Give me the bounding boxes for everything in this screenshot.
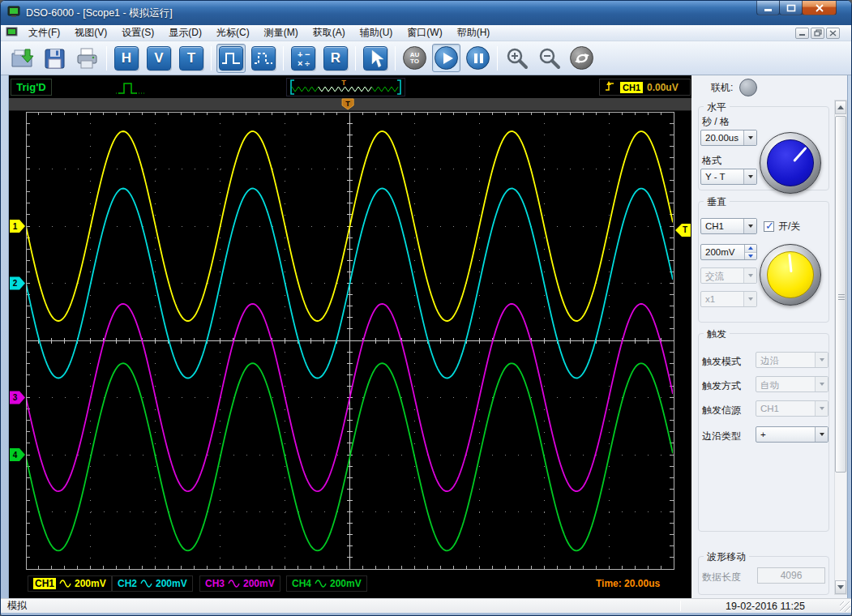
toolbar-cursor-measure-button[interactable] bbox=[361, 44, 390, 73]
channel-on-off-checkbox[interactable]: ✓ bbox=[764, 221, 774, 232]
chevron-down-icon bbox=[743, 268, 756, 283]
format-combobox[interactable]: Y - T bbox=[700, 169, 757, 185]
maximize-button[interactable] bbox=[779, 1, 803, 15]
menu-bar: 文件(F)视图(V)设置(S)显示(D)光标(C)测量(M)获取(A)辅助(U)… bbox=[1, 25, 851, 41]
zoom-out-icon bbox=[537, 46, 562, 71]
online-label: 联机: bbox=[711, 81, 733, 95]
toolbar-save-button[interactable] bbox=[40, 44, 69, 73]
menu-item-window[interactable]: 窗口(W) bbox=[400, 25, 449, 41]
trigger-info-box: CH1 0.00uV bbox=[599, 79, 691, 96]
chevron-down-icon[interactable] bbox=[815, 427, 828, 442]
chevron-down-icon bbox=[815, 377, 828, 391]
horizontal-group-title: 水平 bbox=[704, 101, 730, 114]
rising-edge-icon bbox=[604, 79, 616, 96]
close-button[interactable] bbox=[802, 1, 837, 15]
scope-graticule: T1234T bbox=[9, 98, 691, 574]
trigger-level-readout: 0.00uV bbox=[647, 82, 679, 93]
toolbar-self-calibration-button[interactable] bbox=[567, 44, 596, 72]
document-icon bbox=[6, 26, 18, 41]
display-settings-icon bbox=[219, 46, 243, 71]
toolbar-reference-button[interactable]: R bbox=[321, 44, 350, 73]
menu-item-help[interactable]: 帮助(H) bbox=[450, 25, 498, 41]
toolbar-open-button[interactable] bbox=[7, 44, 36, 73]
menu-item-utility[interactable]: 辅助(U) bbox=[353, 25, 400, 41]
channel-label-ch4[interactable]: CH4200mV bbox=[286, 575, 367, 592]
horizontal-knob[interactable] bbox=[760, 132, 821, 194]
menu-item-view[interactable]: 视图(V) bbox=[67, 25, 114, 41]
spin-up-button[interactable] bbox=[745, 245, 756, 253]
record-preview-wave: T bbox=[287, 79, 405, 96]
trigger-group: 触发 触发模式 边沿 触发方式 自动 触发信源 CH1 边沿类型 bbox=[698, 333, 829, 532]
toolbar-math-button[interactable]: +−×÷ bbox=[289, 44, 318, 73]
toolbar-sampling-settings-button[interactable] bbox=[249, 44, 278, 73]
trigger-source-label: 触发信源 bbox=[702, 404, 741, 417]
toolbar-trigger-setup-button[interactable]: T bbox=[177, 44, 206, 73]
spin-down-button[interactable] bbox=[745, 253, 756, 260]
channel-name: CH3 bbox=[205, 578, 225, 589]
channel-select-combobox[interactable]: CH1 bbox=[700, 218, 757, 234]
toolbar-separator bbox=[106, 46, 107, 71]
vertical-knob[interactable] bbox=[760, 244, 821, 306]
menu-item-display[interactable]: 显示(D) bbox=[161, 25, 209, 41]
toolbar-display-settings-button[interactable] bbox=[216, 44, 246, 73]
resize-grip[interactable] bbox=[840, 601, 850, 612]
toolbar-separator bbox=[497, 46, 498, 71]
menu-item-measure[interactable]: 测量(M) bbox=[257, 25, 306, 41]
toolbar-print-button[interactable] bbox=[72, 44, 101, 73]
main-area: Trig'D T CH1 0.00uV T1234T Time: 20.00us… bbox=[1, 75, 851, 598]
edge-type-label: 边沿类型 bbox=[702, 430, 741, 443]
toolbar-zoom-in-button[interactable] bbox=[503, 44, 532, 73]
trigger-source-combobox: CH1 bbox=[756, 400, 828, 417]
trigger-source-badge: CH1 bbox=[620, 82, 643, 93]
menu-item-acquire[interactable]: 获取(A) bbox=[306, 25, 353, 41]
channel-name: CH2 bbox=[118, 578, 137, 589]
channel-label-ch1[interactable]: CH1200mV bbox=[28, 575, 112, 592]
chevron-down-icon[interactable] bbox=[743, 219, 756, 233]
sine-coupling-icon bbox=[59, 580, 71, 588]
data-length-field: 4096 bbox=[757, 567, 825, 584]
toolbar-pause-button[interactable] bbox=[464, 44, 492, 72]
trigger-sweep-combobox: 自动 bbox=[756, 376, 828, 392]
sec-per-div-combobox[interactable]: 20.00us bbox=[700, 130, 757, 146]
wave-shift-group: 波形移动 数据长度 4096 bbox=[698, 556, 829, 595]
menu-item-cursor[interactable]: 光标(C) bbox=[209, 25, 257, 41]
toolbar-separator bbox=[355, 46, 356, 71]
menu-item-setup[interactable]: 设置(S) bbox=[114, 25, 161, 41]
toolbar-zoom-out-button[interactable] bbox=[535, 44, 564, 73]
channel-scale: 200mV bbox=[243, 578, 275, 589]
scroll-up-button[interactable] bbox=[835, 101, 846, 114]
chevron-down-icon[interactable] bbox=[743, 130, 756, 145]
panel-scrollbar[interactable] bbox=[834, 100, 847, 595]
toolbar-separator bbox=[395, 46, 396, 71]
toolbar-vertical-setup-button[interactable]: V bbox=[144, 44, 173, 73]
record-preview-bar[interactable]: T bbox=[286, 78, 405, 96]
toolbar-horizontal-setup-button[interactable]: H bbox=[112, 44, 141, 73]
toolbar-auto-setup-button[interactable]: AUTO bbox=[400, 44, 429, 72]
scroll-down-button[interactable] bbox=[835, 580, 846, 594]
on-off-label: 开/关 bbox=[778, 220, 800, 233]
run-icon bbox=[435, 46, 458, 70]
svg-text:3: 3 bbox=[13, 393, 18, 402]
vertical-group-title: 垂直 bbox=[704, 195, 730, 209]
math-icon: +−×÷ bbox=[291, 46, 315, 71]
toolbar-run-button[interactable] bbox=[432, 44, 460, 72]
title-bar[interactable]: DSO-6000 - [Scope1 - 模拟运行] bbox=[1, 1, 851, 25]
sampling-settings-icon bbox=[251, 46, 276, 71]
spinner-buttons bbox=[744, 245, 756, 259]
window-frame-right bbox=[847, 75, 851, 598]
statusbar-divider bbox=[680, 601, 681, 611]
mdi-minimize-button[interactable] bbox=[795, 28, 809, 39]
mdi-restore-button[interactable] bbox=[811, 28, 824, 39]
minimize-button[interactable] bbox=[756, 1, 780, 15]
mdi-close-button[interactable] bbox=[826, 28, 840, 39]
trigger-mode-label: 触发模式 bbox=[702, 355, 741, 369]
chevron-down-icon[interactable] bbox=[743, 169, 756, 184]
scrollbar-thumb[interactable] bbox=[835, 116, 846, 473]
menu-item-file[interactable]: 文件(F) bbox=[21, 25, 67, 41]
svg-text:2: 2 bbox=[13, 279, 18, 288]
channel-label-ch3[interactable]: CH3200mV bbox=[199, 575, 280, 592]
edge-type-combobox[interactable]: + bbox=[756, 426, 828, 443]
channel-label-ch2[interactable]: CH2200mV bbox=[112, 575, 193, 592]
volts-per-div-spinner[interactable]: 200mV bbox=[700, 244, 757, 260]
svg-text:T: T bbox=[341, 79, 346, 87]
